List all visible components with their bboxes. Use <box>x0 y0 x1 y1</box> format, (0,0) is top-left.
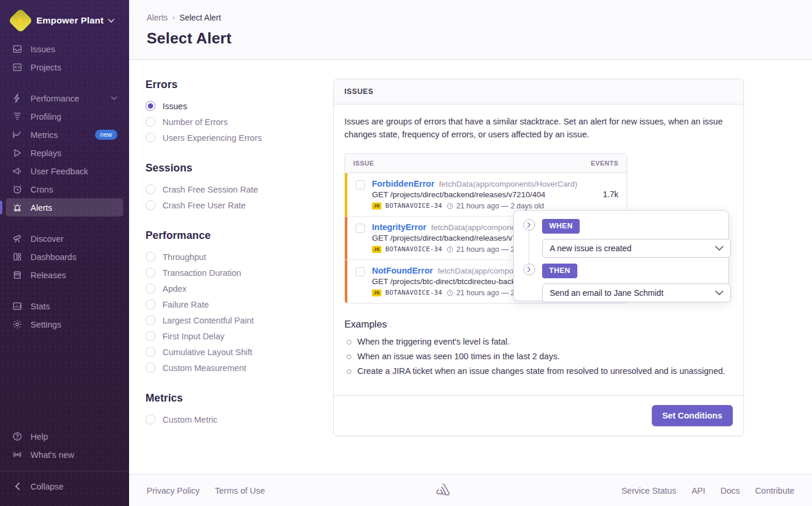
sidebar-item-user-feedback[interactable]: User Feedback <box>6 162 123 180</box>
when-badge: WHEN <box>542 219 580 234</box>
org-name: Empower Plant <box>36 15 104 26</box>
chevron-right-circle-icon <box>523 264 535 275</box>
group-title: Sessions <box>146 162 333 174</box>
issue-title-link[interactable]: IntegrityError <box>372 222 427 232</box>
js-platform-icon: JS <box>372 203 381 210</box>
sidebar-item-replays[interactable]: Replays <box>6 144 123 162</box>
sidebar-item-settings[interactable]: Settings <box>6 315 123 333</box>
megaphone-icon <box>12 166 22 177</box>
issue-checkbox[interactable] <box>356 267 365 276</box>
radio-icon <box>146 200 155 210</box>
page-footer: Privacy Policy Terms of Use Service Stat… <box>129 474 812 506</box>
sidebar-item-discover[interactable]: Discover <box>6 230 123 248</box>
options-group-metrics: Metrics Custom Metric <box>146 392 333 427</box>
panel-footer: Set Conditions <box>334 395 743 436</box>
set-conditions-button[interactable]: Set Conditions <box>652 405 733 426</box>
sidebar-item-performance[interactable]: Performance <box>6 89 123 107</box>
sidebar-item-projects[interactable]: Projects <box>6 58 123 76</box>
js-platform-icon: JS <box>372 289 381 296</box>
projects-icon <box>12 62 22 73</box>
replays-icon <box>12 148 22 158</box>
breadcrumb-alerts[interactable]: Alerts <box>147 13 168 22</box>
example-item: Create a JIRA ticket when an issue chang… <box>344 366 733 376</box>
issue-checkbox[interactable] <box>356 224 365 233</box>
sentry-org-logo: ⚡ <box>8 8 33 33</box>
sidebar-item-label: Alerts <box>31 203 52 212</box>
radio-apdex[interactable]: Apdex <box>146 281 333 296</box>
terms-of-use-link[interactable]: Terms of Use <box>215 486 265 495</box>
issues-icon <box>12 44 22 55</box>
then-action-select[interactable]: Send an email to Jane Schmidt <box>542 284 731 302</box>
conditions-popup: WHEN A new issue is created THEN Send an… <box>513 210 729 301</box>
radio-custom-metric[interactable]: Custom Metric <box>146 411 333 427</box>
radio-icon <box>146 299 155 309</box>
collapse-button[interactable]: Collapse <box>6 477 123 495</box>
issue-message: GET /projects/direct/backend/releases/v7… <box>372 190 583 199</box>
contribute-link[interactable]: Contribute <box>755 486 794 495</box>
sidebar-item-alerts[interactable]: Alerts <box>6 198 123 217</box>
issue-title-link[interactable]: ForbiddenError <box>372 179 434 188</box>
clock-icon <box>12 184 22 195</box>
sidebar-item-label: Performance <box>31 94 79 103</box>
sidebar-item-label: Projects <box>31 63 61 72</box>
sidebar-item-label: Issues <box>31 45 55 54</box>
sidebar-item-label: Discover <box>31 234 63 244</box>
radio-largest-contentful-paint[interactable]: Largest Contentful Paint <box>146 312 333 328</box>
radio-custom-measurement[interactable]: Custom Measurement <box>146 360 333 376</box>
sidebar-item-help[interactable]: Help <box>6 427 123 446</box>
sidebar-item-label: Metrics <box>31 130 58 140</box>
sidebar-item-label: Crons <box>31 185 53 194</box>
siren-icon <box>12 203 22 213</box>
broadcast-icon <box>12 450 22 460</box>
radio-label: First Input Delay <box>163 332 225 341</box>
sidebar-item-label: Dashboards <box>31 252 76 262</box>
releases-icon <box>12 270 22 281</box>
breadcrumb: Alerts › Select Alert <box>147 13 794 22</box>
radio-number-of-errors[interactable]: Number of Errors <box>146 114 333 130</box>
sidebar-item-profiling[interactable]: Profiling <box>6 107 123 126</box>
example-item: When an issue was seen 100 times in the … <box>344 352 733 361</box>
radio-failure-rate[interactable]: Failure Rate <box>146 296 333 312</box>
radio-issues[interactable]: Issues <box>146 98 333 114</box>
alert-type-options: Errors Issues Number of Errors Users Exp… <box>146 79 333 474</box>
sidebar-item-issues[interactable]: Issues <box>6 40 123 58</box>
when-condition-select[interactable]: A new issue is created <box>542 239 731 258</box>
radio-icon <box>146 347 155 357</box>
service-status-link[interactable]: Service Status <box>621 486 676 495</box>
sidebar-bottom-nav: Help What's new <box>0 427 129 464</box>
docs-link[interactable]: Docs <box>720 486 740 495</box>
sidebar-item-stats[interactable]: Stats <box>6 297 123 315</box>
group-title: Performance <box>146 230 333 242</box>
radio-cumulative-layout-shift[interactable]: Cumulative Layout Shift <box>146 344 333 360</box>
privacy-policy-link[interactable]: Privacy Policy <box>147 486 199 495</box>
radio-first-input-delay[interactable]: First Input Delay <box>146 328 333 344</box>
radio-users-experiencing-errors[interactable]: Users Experiencing Errors <box>146 130 333 146</box>
org-switcher[interactable]: ⚡ Empower Plant <box>0 0 129 40</box>
level-bar <box>345 260 347 303</box>
radio-label: Failure Rate <box>163 300 209 309</box>
radio-crash-free-user-rate[interactable]: Crash Free User Rate <box>146 197 333 213</box>
radio-icon <box>146 414 155 424</box>
radio-label: Crash Free Session Rate <box>163 185 258 194</box>
sentry-logo-icon <box>435 483 451 498</box>
sidebar-item-metrics[interactable]: Metrics new <box>6 126 123 144</box>
sidebar-item-label: Stats <box>31 302 50 311</box>
radio-throughput[interactable]: Throughput <box>146 249 333 265</box>
sidebar-item-whats-new[interactable]: What's new <box>6 446 123 464</box>
chevron-left-icon <box>12 481 22 492</box>
panel-description: Issues are groups of errors that have a … <box>344 115 732 141</box>
breadcrumb-current: Select Alert <box>180 13 221 22</box>
api-link[interactable]: API <box>692 486 705 495</box>
issue-title-link[interactable]: NotFoundError <box>372 266 433 275</box>
sidebar-item-dashboards[interactable]: Dashboards <box>6 248 123 266</box>
performance-icon <box>12 93 22 104</box>
main-area: Alerts › Select Alert Select Alert Error… <box>129 0 812 506</box>
options-group-sessions: Sessions Crash Free Session Rate Crash F… <box>146 162 333 213</box>
radio-crash-free-session-rate[interactable]: Crash Free Session Rate <box>146 181 333 197</box>
issue-short-id: BOTANAVOICE-34 <box>385 289 442 296</box>
chevron-down-icon <box>108 19 114 23</box>
sidebar-item-releases[interactable]: Releases <box>6 266 123 284</box>
issue-checkbox[interactable] <box>356 180 365 190</box>
sidebar-item-crons[interactable]: Crons <box>6 180 123 198</box>
radio-transaction-duration[interactable]: Transaction Duration <box>146 265 333 281</box>
